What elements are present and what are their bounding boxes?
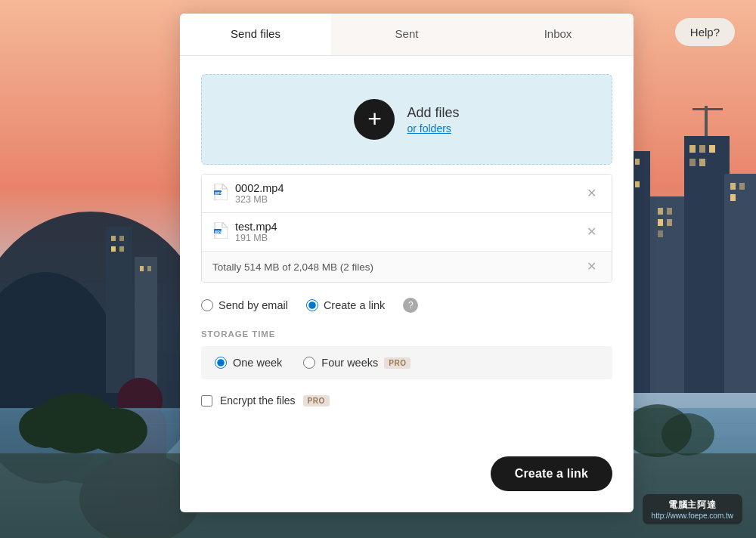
svg-text:MP4: MP4 bbox=[215, 230, 222, 234]
svg-point-46 bbox=[87, 408, 147, 453]
encrypt-row: Encrypt the files PRO bbox=[201, 394, 612, 407]
add-files-label: Add files bbox=[407, 105, 459, 121]
four-weeks-pro-badge: PRO bbox=[384, 357, 411, 369]
svg-rect-11 bbox=[635, 181, 640, 187]
encrypt-label: Encrypt the files bbox=[220, 394, 296, 407]
help-tooltip-icon[interactable]: ? bbox=[403, 298, 418, 313]
file-name: 0002.mp4 bbox=[235, 182, 575, 194]
svg-rect-34 bbox=[119, 246, 124, 252]
four-weeks-option[interactable]: Four weeks PRO bbox=[303, 357, 411, 369]
file-size: 191 MB bbox=[235, 233, 575, 243]
svg-rect-16 bbox=[658, 230, 663, 237]
summary-text: Totally 514 MB of 2,048 MB (2 files) bbox=[212, 261, 575, 273]
plus-icon: + bbox=[367, 107, 382, 131]
svg-rect-22 bbox=[730, 183, 736, 190]
file-row: MP4 test.mp4 191 MB ✕ bbox=[202, 213, 612, 252]
svg-rect-8 bbox=[635, 159, 640, 165]
storage-options: One week Four weeks PRO bbox=[201, 346, 612, 379]
file-size: 323 MB bbox=[235, 194, 575, 205]
svg-rect-29 bbox=[106, 227, 132, 393]
svg-rect-24 bbox=[730, 194, 736, 201]
add-files-button[interactable]: + bbox=[354, 99, 395, 140]
create-link-button[interactable]: Create a link bbox=[491, 456, 612, 491]
link-label: Create a link bbox=[324, 299, 385, 311]
four-weeks-radio[interactable] bbox=[303, 357, 315, 369]
svg-rect-33 bbox=[111, 246, 116, 252]
svg-rect-12 bbox=[658, 208, 663, 215]
tab-bar: Send files Sent Inbox bbox=[180, 14, 634, 56]
svg-rect-19 bbox=[709, 145, 715, 153]
svg-point-47 bbox=[19, 406, 72, 448]
summary-row: Totally 514 MB of 2,048 MB (2 files) ✕ bbox=[202, 252, 612, 282]
clear-all-button[interactable]: ✕ bbox=[582, 259, 601, 274]
link-option[interactable]: Create a link bbox=[306, 299, 385, 311]
svg-rect-13 bbox=[667, 208, 672, 215]
svg-rect-15 bbox=[667, 219, 672, 226]
file-list: MP4 0002.mp4 323 MB ✕ MP4 bbox=[201, 174, 612, 283]
svg-rect-14 bbox=[658, 219, 663, 226]
svg-rect-20 bbox=[689, 159, 696, 166]
file-remove-button[interactable]: ✕ bbox=[582, 224, 601, 240]
or-folders-link[interactable]: or folders bbox=[407, 122, 459, 134]
email-label: Send by email bbox=[218, 299, 288, 311]
svg-rect-17 bbox=[689, 145, 696, 153]
link-radio[interactable] bbox=[306, 299, 318, 311]
four-weeks-label: Four weeks bbox=[321, 357, 378, 369]
svg-rect-36 bbox=[147, 266, 151, 271]
email-option[interactable]: Send by email bbox=[201, 299, 288, 311]
svg-rect-6 bbox=[724, 174, 756, 393]
file-row: MP4 0002.mp4 323 MB ✕ bbox=[202, 175, 612, 213]
one-week-radio[interactable] bbox=[215, 357, 227, 369]
storage-section-label: STORAGE TIME bbox=[201, 329, 612, 339]
panel-footer: Create a link bbox=[180, 456, 634, 512]
svg-rect-35 bbox=[140, 266, 144, 271]
svg-rect-23 bbox=[739, 183, 745, 190]
watermark: 電腦主阿達 http://www.foepe.com.tw bbox=[643, 494, 742, 524]
file-icon: MP4 bbox=[212, 222, 228, 242]
file-name: test.mp4 bbox=[235, 221, 575, 233]
tab-send-files[interactable]: Send files bbox=[180, 14, 331, 55]
panel-body: + Add files or folders MP4 bbox=[180, 56, 634, 456]
svg-rect-18 bbox=[699, 145, 705, 153]
dropzone[interactable]: + Add files or folders bbox=[201, 74, 612, 165]
encrypt-checkbox[interactable] bbox=[201, 395, 212, 407]
svg-point-49 bbox=[662, 413, 714, 456]
file-info: test.mp4 191 MB bbox=[235, 221, 575, 243]
svg-rect-31 bbox=[111, 236, 116, 241]
tab-sent[interactable]: Sent bbox=[331, 14, 482, 55]
file-remove-button[interactable]: ✕ bbox=[582, 186, 601, 201]
tab-inbox[interactable]: Inbox bbox=[482, 14, 634, 55]
one-week-label: One week bbox=[233, 357, 282, 369]
svg-rect-5 bbox=[684, 136, 730, 393]
svg-text:MP4: MP4 bbox=[215, 192, 222, 196]
watermark-line2: http://www.foepe.com.tw bbox=[652, 512, 733, 520]
svg-rect-30 bbox=[135, 257, 157, 393]
send-options: Send by email Create a link ? bbox=[201, 298, 612, 313]
file-icon: MP4 bbox=[212, 184, 228, 203]
watermark-line1: 電腦主阿達 bbox=[668, 499, 716, 512]
email-radio[interactable] bbox=[201, 299, 213, 311]
file-info: 0002.mp4 323 MB bbox=[235, 182, 575, 205]
main-panel: Send files Sent Inbox + Add files or fol… bbox=[180, 14, 634, 512]
svg-rect-32 bbox=[119, 236, 124, 241]
encrypt-pro-badge: PRO bbox=[303, 395, 330, 407]
svg-rect-26 bbox=[692, 108, 723, 110]
svg-rect-21 bbox=[699, 159, 705, 166]
help-button[interactable]: Help? bbox=[675, 18, 735, 46]
dropzone-text: Add files or folders bbox=[407, 105, 459, 134]
one-week-option[interactable]: One week bbox=[215, 357, 282, 369]
